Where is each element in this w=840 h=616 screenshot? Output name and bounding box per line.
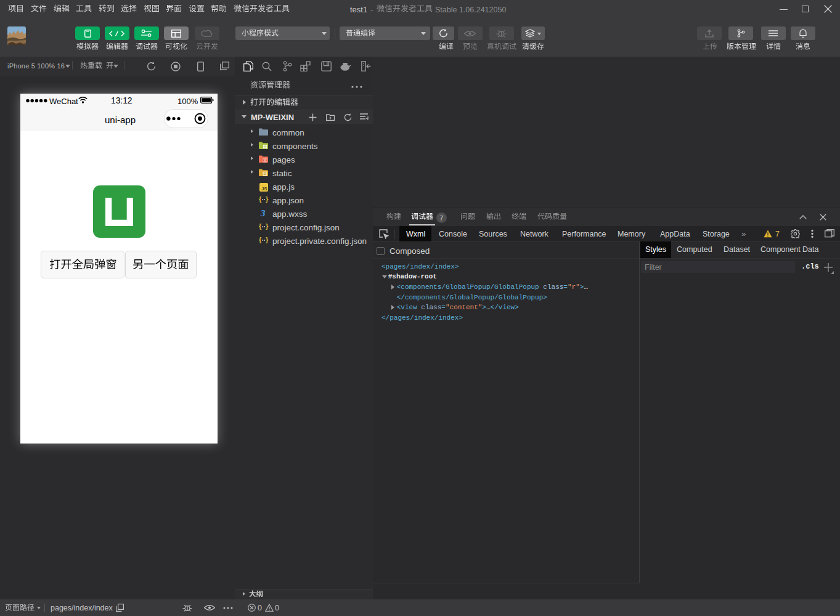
svg-text:{: { bbox=[259, 195, 262, 203]
svg-text:3: 3 bbox=[260, 209, 266, 217]
svg-text:}: } bbox=[266, 236, 269, 243]
svg-text:}: } bbox=[266, 195, 269, 203]
svg-text:JS: JS bbox=[261, 186, 267, 192]
svg-text:}: } bbox=[266, 222, 269, 230]
svg-text:{: { bbox=[259, 222, 262, 230]
svg-text:{: { bbox=[259, 236, 262, 243]
